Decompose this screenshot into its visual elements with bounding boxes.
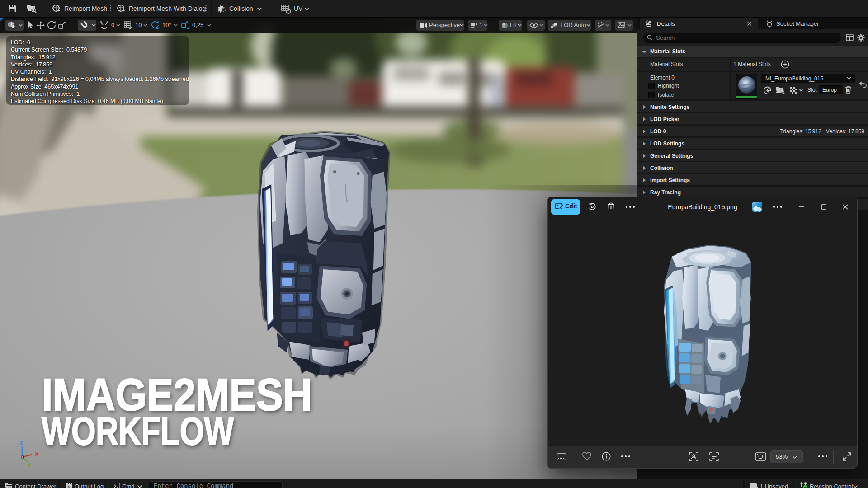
svg-text:Y: Y [27,461,31,468]
svg-text:X: X [35,451,39,458]
svg-text:Z: Z [20,440,24,446]
